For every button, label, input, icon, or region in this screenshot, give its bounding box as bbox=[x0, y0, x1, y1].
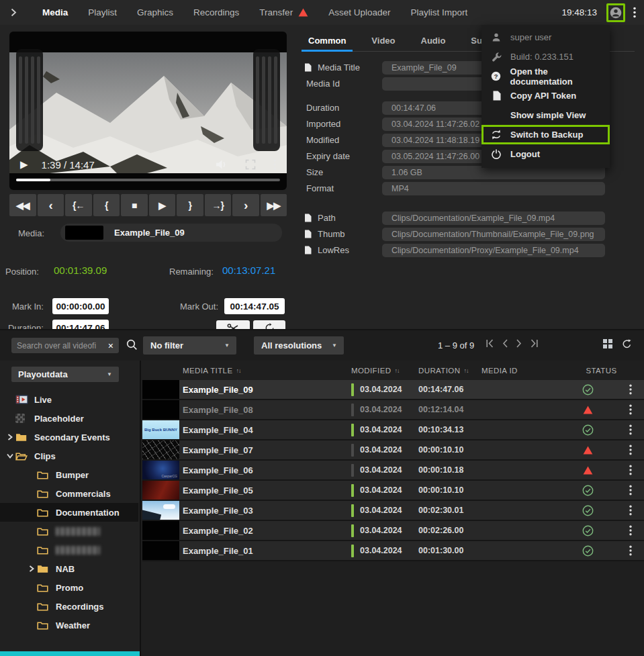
chevron-right-icon[interactable] bbox=[4, 434, 15, 440]
seek-bar[interactable] bbox=[16, 179, 280, 181]
video-player[interactable]: ▶ 1:39 / 14:47 bbox=[9, 32, 287, 190]
nav-item-media[interactable]: Media bbox=[42, 7, 68, 17]
tree-item-documentation[interactable]: Documentation bbox=[0, 503, 138, 522]
row-kebab-icon[interactable] bbox=[617, 404, 644, 415]
tree-item-bumper[interactable]: Bumper bbox=[0, 465, 138, 484]
tree-item-redacted[interactable] bbox=[0, 541, 138, 559]
nav-item-playlist[interactable]: Playlist bbox=[88, 7, 117, 17]
refresh-icon[interactable] bbox=[622, 339, 632, 349]
field-value-format[interactable]: MP4 bbox=[382, 182, 605, 195]
nav-item-recordings[interactable]: Recordings bbox=[193, 7, 239, 17]
table-row-example-file-01[interactable]: Example_File_0103.04.202400:01:30.00 bbox=[142, 541, 644, 561]
user-account-button[interactable] bbox=[606, 3, 625, 22]
tab-common[interactable]: Common bbox=[307, 34, 347, 51]
tree-item-clips[interactable]: Clips bbox=[0, 447, 138, 465]
tree-item-commercials[interactable]: Commercials bbox=[0, 484, 138, 503]
row-kebab-icon[interactable] bbox=[617, 525, 644, 536]
play-button[interactable]: ▶ bbox=[149, 194, 176, 216]
step-back-button[interactable]: ‹ bbox=[38, 194, 64, 216]
tree-item-promo[interactable]: Promo bbox=[0, 578, 138, 597]
sort-icon[interactable]: ↑↓ bbox=[236, 367, 240, 374]
table-row-example-file-02[interactable]: Example_File_0203.04.202400:02:26.00 bbox=[142, 521, 644, 541]
field-value-size[interactable]: 1.06 GB bbox=[382, 166, 605, 179]
row-kebab-icon[interactable] bbox=[617, 424, 644, 435]
stop-button[interactable]: ■ bbox=[121, 194, 148, 216]
table-row-example-file-04[interactable]: Big Buck BUNNYExample_File_0403.04.20240… bbox=[142, 420, 644, 440]
field-value-path[interactable]: Clips/Documentation/Example_File_09.mp4 bbox=[382, 212, 605, 225]
tab-audio[interactable]: Audio bbox=[420, 34, 447, 51]
goto-mark-in-button[interactable]: {← bbox=[65, 194, 92, 216]
row-kebab-icon[interactable] bbox=[617, 545, 644, 556]
mark-in-field[interactable]: 00:00:00.00 bbox=[52, 298, 109, 314]
search-input[interactable] bbox=[11, 341, 107, 350]
sidebar-expand-icon[interactable] bbox=[11, 8, 17, 17]
page-last-icon[interactable] bbox=[529, 339, 538, 348]
tree-item-placeholder[interactable]: Placeholder bbox=[0, 409, 138, 428]
chevron-down-icon: ▼ bbox=[107, 371, 119, 377]
menu-item-logout[interactable]: Logout bbox=[481, 144, 610, 164]
menu-item-switch-to-backup[interactable]: Switch to Backup bbox=[481, 125, 610, 144]
row-kebab-icon[interactable] bbox=[617, 485, 644, 496]
media-app-window: MediaPlaylistGraphicsRecordingsTransferA… bbox=[0, 0, 644, 656]
nav-item-transfer[interactable]: Transfer bbox=[259, 7, 308, 17]
rewind-button[interactable]: ◀◀ bbox=[9, 194, 36, 216]
player-kebab-icon[interactable] bbox=[273, 159, 276, 170]
source-dropdown[interactable]: Playoutdata ▼ bbox=[11, 367, 119, 382]
nav-item-graphics[interactable]: Graphics bbox=[137, 7, 173, 17]
tree-item-recordings[interactable]: Recordings bbox=[0, 597, 138, 616]
tree-item-nab[interactable]: NAB bbox=[0, 559, 138, 578]
chevron-right-icon[interactable] bbox=[26, 565, 37, 572]
set-mark-in-button[interactable]: { bbox=[93, 194, 120, 216]
nav-item-asset-uploader[interactable]: Asset Uploader bbox=[328, 7, 390, 17]
row-kebab-icon[interactable] bbox=[617, 444, 644, 455]
page-next-icon[interactable] bbox=[516, 339, 522, 348]
sort-icon[interactable]: ↑↓ bbox=[394, 367, 399, 374]
set-mark-out-button[interactable]: } bbox=[177, 194, 203, 216]
row-kebab-icon[interactable] bbox=[617, 384, 644, 395]
more-options-kebab-icon[interactable] bbox=[633, 7, 636, 18]
play-icon[interactable]: ▶ bbox=[20, 158, 28, 171]
table-row-example-file-05[interactable]: Example_File_0503.04.202400:00:10.10 bbox=[142, 481, 644, 501]
column-header-modified[interactable]: MODIFIED↑↓ bbox=[351, 367, 418, 375]
grid-view-icon[interactable] bbox=[603, 339, 612, 349]
table-row-example-file-06[interactable]: CasparCGExample_File_0603.04.202400:00:1… bbox=[142, 461, 644, 481]
row-kebab-icon[interactable] bbox=[617, 465, 644, 475]
menu-item-show-simple-view[interactable]: Show simple View bbox=[481, 105, 610, 125]
fast-forward-button[interactable]: ▶▶ bbox=[261, 194, 287, 216]
nav-item-playlist-import[interactable]: Playlist Import bbox=[410, 7, 467, 17]
page-first-icon[interactable] bbox=[486, 339, 495, 348]
field-value-lowres[interactable]: Clips/Documentation/Proxy/Example_File_0… bbox=[382, 244, 605, 257]
column-header-duration[interactable]: DURATION↑↓ bbox=[418, 367, 481, 375]
table-row-example-file-09[interactable]: Example_File_0903.04.202400:14:47.06 bbox=[142, 380, 644, 400]
loaded-media-pill[interactable]: Example_File_09 bbox=[60, 224, 282, 242]
table-row-example-file-07[interactable]: Example_File_0703.04.202400:00:10.10 bbox=[142, 440, 644, 461]
tree-item-weather[interactable]: Weather bbox=[0, 616, 138, 635]
menu-item-super-user[interactable]: super user bbox=[481, 28, 610, 47]
column-header-media-title[interactable]: MEDIA TITLE↑↓ bbox=[183, 367, 351, 375]
goto-mark-out-button[interactable]: →} bbox=[205, 194, 232, 216]
tree-item-redacted[interactable] bbox=[0, 522, 138, 541]
menu-item-build-0-233-151[interactable]: Build: 0.233.151 bbox=[481, 47, 610, 66]
step-forward-button[interactable]: › bbox=[232, 194, 259, 216]
tab-video[interactable]: Video bbox=[370, 34, 396, 51]
search-icon[interactable] bbox=[126, 339, 138, 350]
mark-out-field[interactable]: 00:14:47.05 bbox=[224, 298, 285, 314]
resolution-dropdown[interactable]: All resolutions ▼ bbox=[254, 336, 344, 355]
row-kebab-icon[interactable] bbox=[617, 505, 644, 516]
table-row-example-file-03[interactable]: Example_File_0303.04.202400:02:30.01 bbox=[142, 501, 644, 521]
tree-horizontal-scrollbar[interactable] bbox=[0, 651, 140, 656]
field-value-thumb[interactable]: Clips/Documentation/Thumbnail/Example_Fi… bbox=[382, 228, 605, 241]
fullscreen-icon[interactable] bbox=[245, 159, 256, 170]
volume-icon[interactable] bbox=[216, 159, 228, 170]
tree-item-secondary-events[interactable]: Secondary Events bbox=[0, 428, 138, 447]
chevron-down-icon[interactable] bbox=[4, 453, 15, 459]
tree-item-live[interactable]: Live bbox=[0, 390, 138, 409]
filter-dropdown[interactable]: No filter ▼ bbox=[143, 336, 236, 355]
menu-item-copy-api-token[interactable]: Copy API Token bbox=[481, 86, 610, 105]
table-row-example-file-08[interactable]: Example_File_0803.04.202400:12:14.04 bbox=[142, 400, 644, 420]
sort-icon[interactable]: ↑↓ bbox=[463, 367, 468, 374]
page-prev-icon[interactable] bbox=[502, 339, 508, 348]
close-icon[interactable]: × bbox=[107, 340, 119, 351]
row-duration: 00:01:30.00 bbox=[418, 546, 481, 555]
menu-item-open-the-documentation[interactable]: ?Open the documentation bbox=[481, 66, 610, 86]
